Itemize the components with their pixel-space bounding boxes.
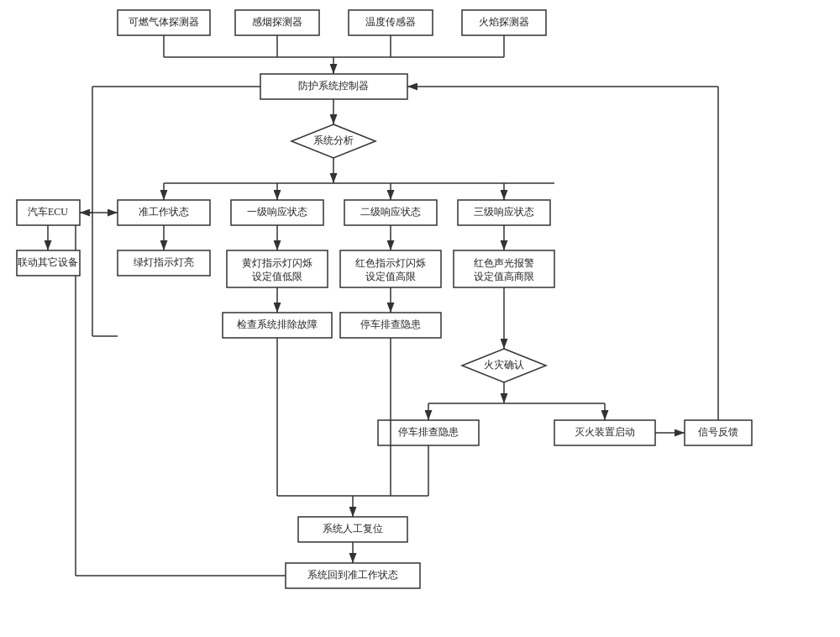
red-flash-label1: 红色指示灯闪烁 xyxy=(355,257,426,269)
temp-sensor-label: 温度传感器 xyxy=(365,16,416,28)
level2-state-label: 二级响应状态 xyxy=(360,206,421,218)
linked-devices-label: 联动其它设备 xyxy=(18,256,78,268)
yellow-light-label1: 黄灯指示灯闪烁 xyxy=(242,257,312,269)
diagram-container: 可燃气体探测器 感烟探测器 温度传感器 火焰探测器 防护系统控制器 系统分析 xyxy=(0,0,840,637)
fire-extinguish-label: 灭火装置启动 xyxy=(575,426,635,438)
manual-reset-label: 系统人工复位 xyxy=(323,523,383,534)
system-analysis-label: 系统分析 xyxy=(313,134,354,146)
red-alarm-label2: 设定值高商限 xyxy=(474,271,534,282)
combustible-gas-label: 可燃气体探测器 xyxy=(129,16,199,28)
system-controller-label: 防护系统控制器 xyxy=(298,80,369,92)
flowchart-svg: 可燃气体探测器 感烟探测器 温度传感器 火焰探测器 防护系统控制器 系统分析 xyxy=(0,0,840,637)
smoke-detector-label: 感烟探测器 xyxy=(252,16,302,28)
return-ready-label: 系统回到准工作状态 xyxy=(307,569,398,581)
level1-state-label: 一级响应状态 xyxy=(247,206,307,218)
green-light-label: 绿灯指示灯亮 xyxy=(134,256,194,268)
red-alarm-label1: 红色声光报警 xyxy=(474,257,534,269)
car-ecu-label: 汽车ECU xyxy=(28,206,68,218)
stop-check-label: 停车排查隐患 xyxy=(360,318,421,330)
level3-state-label: 三级响应状态 xyxy=(474,206,534,218)
fire-confirm-label: 火灾确认 xyxy=(484,359,524,371)
check-fault-label: 检查系统排除故障 xyxy=(237,318,318,330)
ready-state-label: 准工作状态 xyxy=(139,206,189,218)
red-flash-label2: 设定值高限 xyxy=(365,271,416,282)
stop-check2-label: 停车排查隐患 xyxy=(398,426,459,438)
signal-feedback-label: 信号反馈 xyxy=(698,426,738,438)
yellow-light-label2: 设定值低限 xyxy=(252,271,302,282)
fire-detector-label: 火焰探测器 xyxy=(479,16,529,28)
